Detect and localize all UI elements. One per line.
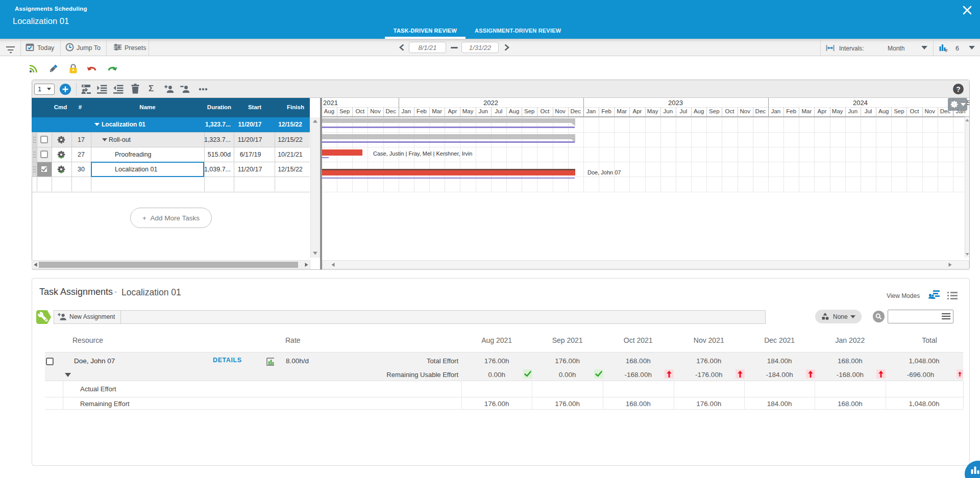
svg-text:#: # (945, 48, 948, 52)
